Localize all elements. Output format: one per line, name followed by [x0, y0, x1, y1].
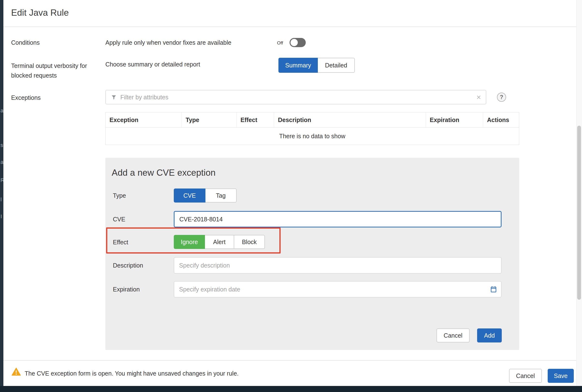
type-cve-option[interactable]: CVE: [174, 188, 206, 202]
add-cve-exception-panel: Add a new CVE exception Type CVE Tag CVE…: [106, 158, 519, 350]
modal-header: Edit Java Rule: [4, 0, 576, 27]
exception-add-button[interactable]: Add: [477, 328, 502, 342]
summary-option[interactable]: Summary: [278, 58, 318, 73]
effect-block-option[interactable]: Block: [234, 235, 265, 249]
filter-funnel-icon: [111, 94, 117, 100]
background-bottom-edge: [0, 386, 582, 392]
expiration-field: [174, 281, 502, 298]
description-label: Description: [113, 262, 143, 269]
exception-cancel-button[interactable]: Cancel: [436, 328, 470, 342]
type-tag-option[interactable]: Tag: [205, 188, 236, 202]
warning-icon: [11, 367, 21, 376]
type-label: Type: [113, 192, 126, 199]
background-left-edge: a s a R l I: [0, 0, 4, 392]
table-empty-message: There is no data to show: [106, 128, 519, 145]
edge-text-fragment: R: [0, 177, 4, 184]
edge-text-fragment: a: [0, 108, 4, 114]
exceptions-filter-box: ×: [106, 90, 486, 104]
footer-bar: The CVE exception form is open. You migh…: [4, 360, 576, 386]
effect-ignore-option[interactable]: Ignore: [174, 235, 205, 249]
edge-text-fragment: s: [0, 142, 3, 148]
expiration-label: Expiration: [113, 286, 140, 293]
verbosity-description: Choose summary or detailed report: [106, 61, 200, 68]
table-header-effect: Effect: [236, 112, 274, 127]
page-title: Edit Java Rule: [11, 8, 69, 18]
table-header-description: Description: [274, 112, 426, 127]
detailed-option[interactable]: Detailed: [317, 58, 355, 73]
calendar-icon[interactable]: [490, 286, 497, 293]
conditions-label: Conditions: [11, 39, 40, 46]
table-header-type: Type: [182, 112, 236, 127]
save-button[interactable]: Save: [548, 369, 574, 383]
table-header-exception: Exception: [106, 112, 182, 127]
panel-title: Add a new CVE exception: [112, 168, 216, 178]
edge-text-fragment: l: [0, 196, 2, 203]
cancel-button[interactable]: Cancel: [509, 369, 542, 383]
edge-text-fragment: a: [0, 159, 4, 165]
clear-filter-icon[interactable]: ×: [476, 93, 481, 101]
verbosity-label: Terminal output verbosity for blocked re…: [11, 61, 91, 80]
report-type-segmented-control: Summary Detailed: [278, 58, 355, 73]
scrollbar-thumb[interactable]: [577, 126, 581, 300]
table-header-actions: Actions: [483, 112, 519, 127]
table-header-expiration: Expiration: [426, 112, 483, 127]
description-input[interactable]: [174, 257, 502, 274]
effect-label: Effect: [113, 239, 128, 246]
type-segmented-control: CVE Tag: [174, 188, 236, 202]
vendor-fixes-toggle[interactable]: [290, 38, 306, 47]
exceptions-label: Exceptions: [11, 94, 40, 101]
toggle-knob: [290, 39, 298, 46]
cve-input[interactable]: [174, 211, 502, 228]
help-icon[interactable]: ?: [497, 92, 506, 102]
exceptions-filter-input[interactable]: [120, 94, 473, 101]
exceptions-table: Exception Type Effect Description Expira…: [106, 112, 519, 145]
conditions-description: Apply rule only when vendor fixes are av…: [106, 39, 231, 46]
toggle-state-label: Off: [277, 40, 283, 46]
unsaved-changes-message: The CVE exception form is open. You migh…: [25, 370, 238, 377]
table-header-row: Exception Type Effect Description Expira…: [106, 112, 519, 128]
scrollbar-track[interactable]: [576, 0, 582, 386]
effect-segmented-control: Ignore Alert Block: [174, 235, 265, 249]
expiration-input[interactable]: [174, 281, 502, 298]
edge-text-fragment: I: [0, 214, 2, 220]
effect-alert-option[interactable]: Alert: [204, 235, 234, 249]
cve-label: CVE: [113, 216, 125, 223]
